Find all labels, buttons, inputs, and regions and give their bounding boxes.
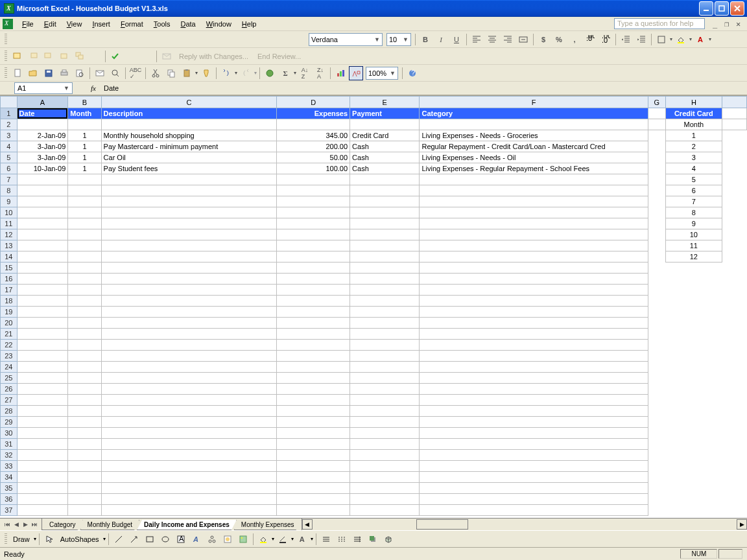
cell-B10[interactable] bbox=[68, 207, 101, 218]
col-header-C[interactable]: C bbox=[101, 97, 277, 108]
cell-A1[interactable]: Date bbox=[17, 108, 68, 119]
font-size-combo[interactable]: 10▼ bbox=[386, 33, 411, 46]
cell-C1[interactable]: Description bbox=[101, 108, 277, 119]
cell-B24[interactable] bbox=[68, 362, 101, 373]
cell-D23[interactable] bbox=[277, 351, 350, 362]
col-header-D[interactable]: D bbox=[277, 97, 350, 108]
cell-H18[interactable] bbox=[665, 296, 722, 307]
cell-F4[interactable]: Regular Repayment - Credit Card/Loan - M… bbox=[420, 141, 648, 152]
row-header-27[interactable]: 27 bbox=[1, 395, 18, 406]
cell-D15[interactable] bbox=[277, 262, 350, 274]
cell-B33[interactable] bbox=[68, 461, 101, 472]
cell-B26[interactable] bbox=[68, 384, 101, 395]
cell-A34[interactable] bbox=[17, 472, 68, 483]
menu-file[interactable]: File bbox=[17, 19, 39, 29]
cell-F19[interactable] bbox=[420, 307, 648, 318]
cell-D16[interactable] bbox=[277, 274, 350, 285]
cell-A32[interactable] bbox=[17, 450, 68, 461]
cell-D22[interactable] bbox=[277, 340, 350, 351]
tab-first-button[interactable]: ⏮ bbox=[3, 520, 12, 529]
cell-A11[interactable] bbox=[17, 218, 68, 229]
arrow-icon[interactable] bbox=[127, 532, 141, 546]
cell-D33[interactable] bbox=[277, 461, 350, 472]
zoom-combo[interactable]: 100%▼ bbox=[366, 67, 398, 80]
row-header-6[interactable]: 6 bbox=[1, 163, 18, 174]
menu-window[interactable]: Window bbox=[201, 19, 237, 29]
cell-H34[interactable] bbox=[665, 472, 722, 483]
cell-E11[interactable] bbox=[350, 218, 420, 229]
col-header-H[interactable]: H bbox=[665, 97, 722, 108]
horizontal-scrollbar[interactable]: ◀ ▶ bbox=[302, 519, 747, 530]
cell-F18[interactable] bbox=[420, 296, 648, 307]
cell-E33[interactable] bbox=[350, 461, 420, 472]
cell-B32[interactable] bbox=[68, 450, 101, 461]
cell-D24[interactable] bbox=[277, 362, 350, 373]
font-color-button[interactable]: A bbox=[693, 32, 707, 47]
menu-view[interactable]: View bbox=[62, 19, 88, 29]
cell-E5[interactable]: Cash bbox=[350, 152, 420, 163]
row-header-32[interactable]: 32 bbox=[1, 450, 18, 461]
cell-E3[interactable]: Credit Card bbox=[350, 130, 420, 141]
cell-E21[interactable] bbox=[350, 329, 420, 340]
cell-C4[interactable]: Pay Mastercard - minimum payment bbox=[101, 141, 277, 152]
cell-B14[interactable] bbox=[68, 251, 101, 262]
cell-E28[interactable] bbox=[350, 406, 420, 417]
cell-E1[interactable]: Payment bbox=[350, 108, 420, 119]
cell-C6[interactable]: Pay Student fees bbox=[101, 163, 277, 174]
cell-E14[interactable] bbox=[350, 251, 420, 262]
cell-A6[interactable]: 10-Jan-09 bbox=[17, 163, 68, 174]
col-header-E[interactable]: E bbox=[350, 97, 420, 108]
cell-D26[interactable] bbox=[277, 384, 350, 395]
sheet-tab-category[interactable]: Category bbox=[42, 520, 83, 530]
cell-C13[interactable] bbox=[101, 240, 277, 251]
cell-G12[interactable] bbox=[648, 229, 665, 240]
row-header-2[interactable]: 2 bbox=[1, 119, 18, 130]
cell-F12[interactable] bbox=[420, 229, 648, 240]
cell-A37[interactable] bbox=[17, 505, 68, 516]
cell-C37[interactable] bbox=[101, 505, 277, 516]
cell-G33[interactable] bbox=[648, 461, 665, 472]
cell-E17[interactable] bbox=[350, 285, 420, 296]
row-header-22[interactable]: 22 bbox=[1, 340, 18, 351]
cell-B3[interactable]: 1 bbox=[68, 130, 101, 141]
cell-A19[interactable] bbox=[17, 307, 68, 318]
tab-next-button[interactable]: ▶ bbox=[21, 520, 30, 529]
help-icon[interactable]: ? bbox=[405, 66, 420, 80]
cell-H30[interactable] bbox=[665, 428, 722, 439]
cell-D28[interactable] bbox=[277, 406, 350, 417]
cell-B35[interactable] bbox=[68, 483, 101, 494]
cell-G29[interactable] bbox=[648, 417, 665, 428]
row-header-21[interactable]: 21 bbox=[1, 329, 18, 340]
cell-C21[interactable] bbox=[101, 329, 277, 340]
cell-A16[interactable] bbox=[17, 274, 68, 285]
sheet-tab-daily-income-and-expenses[interactable]: Daily Income and Expenses bbox=[137, 520, 237, 530]
cell-A24[interactable] bbox=[17, 362, 68, 373]
scroll-left-button[interactable]: ◀ bbox=[302, 519, 313, 530]
cell-A14[interactable] bbox=[17, 251, 68, 262]
italic-button[interactable]: I bbox=[434, 32, 448, 47]
formula-input[interactable]: Date bbox=[101, 84, 747, 92]
select-all-corner[interactable] bbox=[1, 97, 18, 108]
spell-check-icon[interactable]: ABC✓ bbox=[128, 66, 143, 80]
cell-H7[interactable]: 5 bbox=[665, 174, 722, 185]
cell-D11[interactable] bbox=[277, 218, 350, 229]
row-header-12[interactable]: 12 bbox=[1, 229, 18, 240]
cell-G16[interactable] bbox=[648, 274, 665, 285]
sort-desc-icon[interactable]: Z↓A bbox=[313, 66, 327, 80]
row-header-5[interactable]: 5 bbox=[1, 152, 18, 163]
cell-F34[interactable] bbox=[420, 472, 648, 483]
font-name-combo[interactable]: Verdana▼ bbox=[309, 33, 383, 46]
cell-D29[interactable] bbox=[277, 417, 350, 428]
cell-F10[interactable] bbox=[420, 207, 648, 218]
cell-D8[interactable] bbox=[277, 185, 350, 196]
cell-E15[interactable] bbox=[350, 262, 420, 274]
cell-G23[interactable] bbox=[648, 351, 665, 362]
autoshapes-menu[interactable]: AutoShapes bbox=[58, 535, 102, 543]
undo-icon[interactable] bbox=[219, 66, 233, 80]
autosum-icon[interactable]: Σ bbox=[278, 66, 292, 80]
cell-D36[interactable] bbox=[277, 494, 350, 505]
cell-D31[interactable] bbox=[277, 439, 350, 450]
cell-B30[interactable] bbox=[68, 428, 101, 439]
cell-E4[interactable]: Cash bbox=[350, 141, 420, 152]
doc-minimize-button[interactable]: _ bbox=[710, 19, 720, 29]
